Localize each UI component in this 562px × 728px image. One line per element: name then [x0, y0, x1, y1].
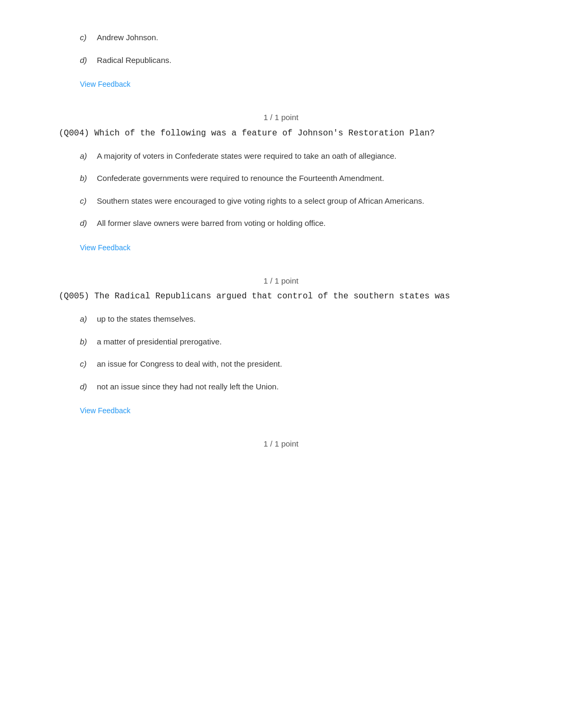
option-label: d) — [80, 381, 97, 393]
option-text: All former slave owners were barred from… — [97, 217, 325, 230]
view-feedback-link-prev[interactable]: View Feedback — [59, 79, 130, 90]
option-text: up to the states themselves. — [97, 313, 196, 325]
q005-option-b: b) a matter of presidential prerogative. — [59, 336, 503, 348]
view-feedback-link-q005[interactable]: View Feedback — [59, 405, 130, 416]
score-q004: 1 / 1 point — [59, 112, 503, 124]
option-label: c) — [80, 32, 97, 44]
option-label: c) — [80, 195, 97, 207]
q005-option-c: c) an issue for Congress to deal with, n… — [59, 358, 503, 370]
view-feedback-link-q004[interactable]: View Feedback — [59, 242, 130, 253]
question-text-q005: (Q005) The Radical Republicans argued th… — [59, 290, 503, 303]
q004-option-b: b) Confederate governments were required… — [59, 172, 503, 185]
q005-option-d: d) not an issue since they had not reall… — [59, 381, 503, 393]
prev-option-d: d) Radical Republicans. — [59, 54, 503, 67]
q004-option-c: c) Southern states were encouraged to gi… — [59, 195, 503, 207]
option-label: d) — [80, 54, 97, 67]
score-q005: 1 / 1 point — [59, 275, 503, 287]
question-q004: 1 / 1 point (Q004) Which of the followin… — [59, 112, 503, 254]
option-label: a) — [80, 313, 97, 325]
option-text: Southern states were encouraged to give … — [97, 195, 424, 207]
option-label: b) — [80, 336, 97, 348]
option-label: d) — [80, 217, 97, 230]
option-label: a) — [80, 150, 97, 162]
option-text: Radical Republicans. — [97, 54, 171, 67]
option-text: Confederate governments were required to… — [97, 172, 384, 185]
score-q006: 1 / 1 point — [59, 438, 503, 450]
option-text: not an issue since they had not really l… — [97, 381, 279, 393]
question-text-q004: (Q004) Which of the following was a feat… — [59, 127, 503, 140]
option-label: c) — [80, 358, 97, 370]
question-q006-fragment: 1 / 1 point — [59, 438, 503, 450]
option-text: a matter of presidential prerogative. — [97, 336, 222, 348]
option-label: b) — [80, 172, 97, 185]
q004-option-a: a) A majority of voters in Confederate s… — [59, 150, 503, 162]
option-text: Andrew Johnson. — [97, 32, 158, 44]
q005-option-a: a) up to the states themselves. — [59, 313, 503, 325]
option-text: an issue for Congress to deal with, not … — [97, 358, 282, 370]
option-text: A majority of voters in Confederate stat… — [97, 150, 396, 162]
question-q005: 1 / 1 point (Q005) The Radical Republica… — [59, 275, 503, 417]
q004-option-d: d) All former slave owners were barred f… — [59, 217, 503, 230]
prev-option-c: c) Andrew Johnson. — [59, 32, 503, 44]
